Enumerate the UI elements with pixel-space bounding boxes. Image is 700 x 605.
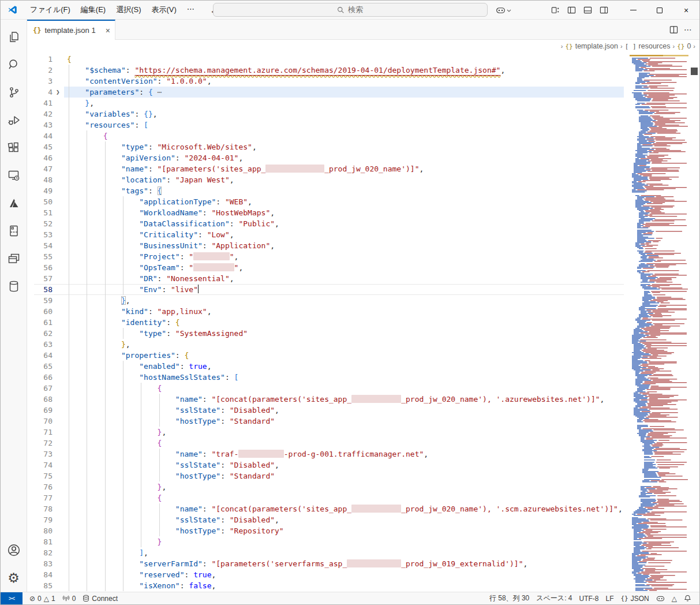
- code-line-56[interactable]: 56 "OpsTeam": "",: [27, 262, 630, 273]
- run-debug-icon[interactable]: [1, 106, 27, 134]
- code-line-51[interactable]: 51 "WorkloadName": "HostWebMaps",: [27, 207, 630, 218]
- code-line-43[interactable]: 43 "resources": [: [27, 119, 630, 130]
- tab-close-icon[interactable]: ×: [106, 26, 110, 35]
- code-line-74[interactable]: 74 "sslState": "Disabled",: [27, 460, 630, 470]
- code-line-3[interactable]: 3 "contentVersion": "1.0.0.0",: [27, 76, 630, 87]
- cursor-position-status[interactable]: 行 58、列 30: [486, 593, 533, 603]
- menu-item-1[interactable]: 編集(E): [76, 2, 111, 17]
- code-line-4[interactable]: 4❯ "parameters": { ⋯: [27, 87, 630, 98]
- azure-icon[interactable]: [1, 189, 27, 217]
- code-line-60[interactable]: 60 "kind": "app,linux",: [27, 306, 630, 317]
- code-line-66[interactable]: 66 "hostNameSslStates": [: [27, 372, 630, 383]
- code-line-72[interactable]: 72 {: [27, 438, 630, 449]
- code-line-77[interactable]: 77 {: [27, 492, 630, 503]
- close-button[interactable]: ×: [673, 1, 699, 20]
- maximize-button[interactable]: [646, 1, 673, 20]
- copilot-icon[interactable]: [492, 3, 515, 18]
- containers-icon[interactable]: [1, 217, 27, 245]
- settings-icon[interactable]: ⚙: [1, 564, 27, 592]
- code-line-42[interactable]: 42 "variables": {},: [27, 109, 630, 119]
- indentation-status[interactable]: スペース: 4: [533, 593, 575, 603]
- code-lines[interactable]: 1{2 "$schema": "https://schema.managemen…: [27, 54, 630, 591]
- breadcrumb-item-template.json[interactable]: {}template.json: [565, 42, 618, 50]
- code-line-45[interactable]: 45 "type": "Microsoft.Web/sites",: [27, 141, 630, 152]
- tab-template-json[interactable]: {} template.json 1 ×: [27, 20, 115, 40]
- source-control-icon[interactable]: [1, 79, 27, 106]
- code-line-61[interactable]: 61 "identity": {: [27, 317, 630, 328]
- schema-url[interactable]: "https://schema.management.azure.com/sch…: [134, 66, 500, 74]
- split-editor-icon[interactable]: [669, 25, 678, 34]
- account-icon[interactable]: [1, 536, 27, 564]
- code-line-2[interactable]: 2 "$schema": "https://schema.management.…: [27, 65, 630, 76]
- customize-layout-icon[interactable]: [547, 3, 563, 18]
- code-line-48[interactable]: 48 "location": "Japan West",: [27, 174, 630, 185]
- code-line-69[interactable]: 69 "sslState": "Disabled",: [27, 405, 630, 416]
- problems-status[interactable]: ⊘ 0 △ 1: [26, 592, 59, 604]
- code-line-53[interactable]: 53 "Criticality": "Low",: [27, 229, 630, 240]
- language-status[interactable]: {} JSON: [617, 595, 653, 603]
- encoding-status[interactable]: UTF-8: [575, 595, 602, 603]
- toggle-secondary-sidebar-icon[interactable]: [596, 3, 612, 18]
- code-line-70[interactable]: 70 "hostType": "Standard": [27, 416, 630, 427]
- code-line-85[interactable]: 85 "isXenon": false,: [27, 580, 630, 591]
- explorer-icon[interactable]: [1, 23, 27, 51]
- code-line-73[interactable]: 73 "name": "traf--prod-g-001.trafficmana…: [27, 449, 630, 460]
- scrollbar-thumb[interactable]: [691, 68, 698, 75]
- breadcrumb-item-resources[interactable]: [ ]resources: [625, 42, 671, 50]
- code-line-84[interactable]: 84 "reserved": true,: [27, 569, 630, 580]
- code-line-49[interactable]: 49 "tags": {: [27, 185, 630, 196]
- menu-item-4[interactable]: ⋯: [182, 2, 200, 17]
- eol-status[interactable]: LF: [602, 595, 617, 603]
- menu-item-2[interactable]: 選択(S): [111, 2, 146, 17]
- copilot-status-icon[interactable]: [653, 595, 668, 602]
- more-actions-icon[interactable]: ⋯: [684, 25, 692, 34]
- code-line-57[interactable]: 57 "DR": "Nonessential",: [27, 273, 630, 284]
- code-line-52[interactable]: 52 "DataClassification": "Public",: [27, 218, 630, 229]
- code-line-67[interactable]: 67 {: [27, 383, 630, 394]
- windows-icon[interactable]: [1, 245, 27, 272]
- code-line-55[interactable]: 55 "Project": "",: [27, 251, 630, 262]
- code-line-78[interactable]: 78 "name": "[concat(parameters('sites_ap…: [27, 503, 630, 514]
- code-line-62[interactable]: 62 "type": "SystemAssigned": [27, 328, 630, 339]
- minimap[interactable]: [628, 53, 690, 592]
- code-line-76[interactable]: 76 },: [27, 481, 630, 492]
- toggle-sidebar-icon[interactable]: [563, 3, 579, 18]
- vertical-scrollbar[interactable]: [690, 53, 699, 592]
- code-line-54[interactable]: 54 "BusinessUnit": "Application",: [27, 240, 630, 251]
- ports-status[interactable]: 0: [59, 592, 80, 604]
- breadcrumb-item-0[interactable]: {}0: [677, 42, 691, 50]
- code-line-82[interactable]: 82 ],: [27, 547, 630, 558]
- notifications-bell[interactable]: [680, 595, 695, 602]
- editor[interactable]: 1{2 "$schema": "https://schema.managemen…: [27, 53, 699, 592]
- code-line-81[interactable]: 81 }: [27, 536, 630, 547]
- code-line-58[interactable]: 58 "Env": "live": [27, 284, 630, 295]
- code-line-79[interactable]: 79 "sslState": "Disabled",: [27, 514, 630, 525]
- code-line-65[interactable]: 65 "enabled": true,: [27, 361, 630, 372]
- code-line-46[interactable]: 46 "apiVersion": "2024-04-01",: [27, 152, 630, 163]
- extensions-icon[interactable]: [1, 134, 27, 162]
- code-line-47[interactable]: 47 "name": "[parameters('sites_app__prod…: [27, 163, 630, 174]
- remote-explorer-icon[interactable]: [1, 162, 27, 189]
- code-line-41[interactable]: 41 },: [27, 98, 630, 109]
- code-line-1[interactable]: 1{: [27, 54, 630, 65]
- menu-item-0[interactable]: ファイル(F): [25, 2, 76, 17]
- minimize-button[interactable]: [620, 1, 646, 20]
- code-line-59[interactable]: 59 },: [27, 295, 630, 306]
- code-line-64[interactable]: 64 "properties": {: [27, 350, 630, 361]
- fold-chevron-icon[interactable]: ❯: [56, 87, 66, 98]
- code-line-50[interactable]: 50 "applicationType": "WEB",: [27, 196, 630, 207]
- menu-item-3[interactable]: 表示(V): [147, 2, 182, 17]
- connect-status[interactable]: Connect: [79, 592, 121, 604]
- code-line-80[interactable]: 80 "hostType": "Repository": [27, 525, 630, 536]
- database-icon[interactable]: [1, 272, 27, 300]
- toggle-panel-icon[interactable]: [579, 3, 596, 18]
- code-line-63[interactable]: 63 },: [27, 339, 630, 350]
- code-line-83[interactable]: 83 "serverFarmId": "[parameters('serverf…: [27, 558, 630, 569]
- search-input[interactable]: 検索: [213, 3, 488, 17]
- search-icon[interactable]: [1, 51, 27, 79]
- alerts-status[interactable]: △: [668, 595, 680, 602]
- code-line-75[interactable]: 75 "hostType": "Standard": [27, 470, 630, 481]
- code-line-71[interactable]: 71 },: [27, 427, 630, 438]
- code-line-44[interactable]: 44 {: [27, 130, 630, 141]
- code-line-68[interactable]: 68 "name": "[concat(parameters('sites_ap…: [27, 394, 630, 405]
